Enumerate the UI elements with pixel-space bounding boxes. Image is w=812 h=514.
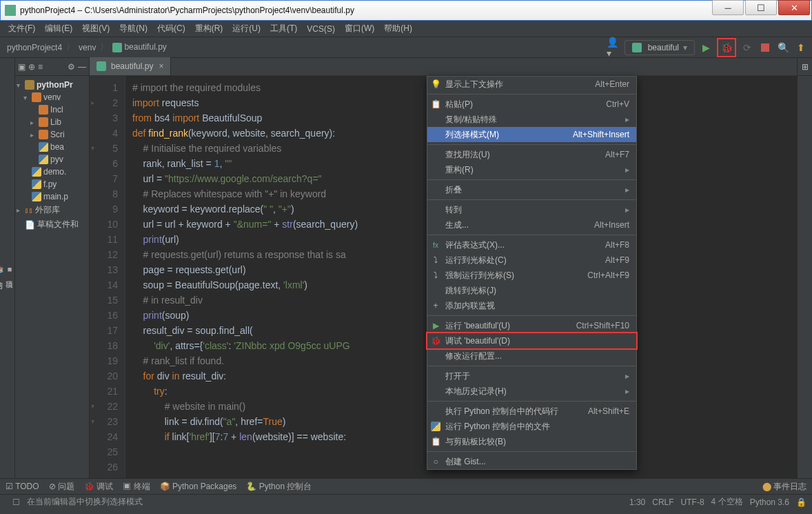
context-menu-item[interactable]: 复制/粘贴特殊▸ [427,112,636,127]
context-menu-item[interactable]: +添加内联监视 [427,298,636,313]
bottom-tab-packages[interactable]: 📦 Python Packages [160,482,237,491]
minimize-button[interactable]: ─ [712,0,744,15]
python-file-icon [112,43,122,52]
stop-button[interactable] [758,41,772,55]
bottom-tab-todo[interactable]: ☑ TODO [6,482,39,491]
context-menu-item[interactable]: 修改运行配置... [427,348,636,364]
context-menu-item[interactable]: 📋粘贴(P)Ctrl+V [427,97,636,112]
navigation-bar: pythonProject4 〉 venv 〉 beautiful.py 👤▾ … [0,37,812,58]
left-tool-window-tabs: ■ 项目 📚 结构 ★ 收藏夹 [0,58,15,478]
context-menu-item[interactable]: fx评估表达式(X)...Alt+F8 [427,237,636,253]
tree-node[interactable]: ▸⫾⫾外部库 [17,203,88,217]
caret-position[interactable]: 1:30 [629,497,645,507]
close-tab-icon[interactable]: × [159,61,163,71]
context-menu-item[interactable]: 运行 Python 控制台中的文件 [427,419,636,434]
project-view-icon[interactable]: ▣ [18,62,26,72]
search-icon[interactable]: 🔍 [776,41,790,55]
breadcrumb[interactable]: venv [76,41,99,54]
bottom-tab-console[interactable]: 🐍 Python 控制台 [246,481,312,493]
window-title: pythonProject4 – C:\Users\Administrator\… [20,6,712,15]
tree-node[interactable]: 📄草稿文件和 [17,217,88,232]
run-button[interactable]: ▶ [699,41,713,55]
context-menu-item[interactable]: ▶运行 'beautiful'(U)Ctrl+Shift+F10 [427,318,636,333]
run-with-coverage-icon[interactable]: ⟳ [740,41,754,55]
bottom-tab-terminal[interactable]: ▣ 终端 [123,481,150,493]
line-separator[interactable]: CRLF [652,497,673,507]
menu-item[interactable]: 导航(N) [115,21,152,36]
menu-item[interactable]: 编辑(E) [41,21,77,36]
editor-tab[interactable]: beautiful.py × [90,57,171,75]
tree-node[interactable]: main.p [17,190,88,203]
debug-button-highlighted[interactable]: 🐞 [717,38,736,57]
context-menu-item[interactable]: 折叠▸ [427,182,636,197]
tree-node[interactable]: bea [17,141,88,153]
run-configuration-selector[interactable]: beautiful ▾ [625,40,695,55]
tree-node[interactable]: ▾venv [17,91,88,103]
menu-item[interactable]: 代码(C) [153,21,190,36]
context-menu-item[interactable]: 生成...Alt+Insert [427,217,636,233]
collapse-icon[interactable]: ≡ [38,62,43,72]
interpreter[interactable]: Python 3.6 [750,497,789,507]
status-bar: ☐ 在当前编辑器中切换列选择模式 1:30 CRLF UTF-8 4 个空格 P… [0,494,812,509]
context-menu-item[interactable]: ⤵强制运行到光标(S)Ctrl+Alt+F9 [427,268,636,283]
menu-item[interactable]: VCS(S) [303,23,339,35]
window-titlebar: pythonProject4 – C:\Users\Administrator\… [0,0,812,21]
context-menu-item[interactable]: 跳转到光标(J) [427,283,636,298]
bottom-tab-debug[interactable]: 🐞 调试 [84,481,113,493]
breadcrumb[interactable]: beautiful.py [110,41,169,54]
context-menu-item[interactable]: 转到▸ [427,202,636,217]
context-menu-item[interactable]: 📋与剪贴板比较(B) [427,434,636,449]
project-tool-window: ▣ ⊕ ≡ ⚙ — ▾pythonPr▾venvIncl▸Lib▸Scribea… [15,58,90,478]
encoding[interactable]: UTF-8 [681,497,704,507]
context-menu-item[interactable]: 查找用法(U)Alt+F7 [427,147,636,162]
status-message: 在当前编辑器中切换列选择模式 [27,496,143,508]
maximize-button[interactable]: ☐ [745,0,777,15]
bottom-tool-tabs: ☑ TODO ⊘ 问题 🐞 调试 ▣ 终端 📦 Python Packages … [0,478,812,494]
context-menu-item[interactable]: 本地历史记录(H)▸ [427,384,636,399]
editor-context-menu: 💡显示上下文操作Alt+Enter📋粘贴(P)Ctrl+V复制/粘贴特殊▸列选择… [427,76,637,470]
menu-item[interactable]: 视图(V) [78,21,114,36]
menubar: 文件(F)编辑(E)视图(V)导航(N)代码(C)重构(R)运行(U)工具(T)… [0,21,812,37]
menu-item[interactable]: 重构(R) [191,21,227,36]
breadcrumb[interactable]: pythonProject4 [4,41,65,54]
update-icon[interactable]: ⬆ [794,41,808,55]
tree-node[interactable]: ▸Lib [17,116,88,128]
python-icon [632,43,642,52]
tree-node[interactable]: ▸Scri [17,128,88,141]
menu-item[interactable]: 帮助(H) [380,21,416,36]
user-icon[interactable]: 👤▾ [607,41,620,55]
menu-item[interactable]: 运行(U) [228,21,265,36]
lock-icon[interactable]: 🔒 [796,497,806,507]
context-menu-item[interactable]: 执行 Python 控制台中的代码行Alt+Shift+E [427,404,636,419]
left-tab-project[interactable]: ■ 项目 [4,65,14,475]
context-menu-item[interactable]: ⤵运行到光标处(C)Alt+F9 [427,253,636,268]
inspections-icon[interactable]: ⊞ [798,58,812,76]
context-menu-item[interactable]: 重构(R)▸ [427,162,636,177]
context-menu-item[interactable]: 🐞调试 'beautiful'(D) [427,333,636,348]
menu-item[interactable]: 窗口(W) [341,21,378,36]
tree-node[interactable]: f.py [17,178,88,190]
settings-icon[interactable]: ⚙ [68,62,75,72]
context-menu-item[interactable]: 💡显示上下文操作Alt+Enter [427,77,636,92]
bug-icon: 🐞 [720,41,733,55]
tree-node[interactable]: pyv [17,153,88,166]
left-tab-structure[interactable]: 📚 结构 [0,65,4,475]
locate-icon[interactable]: ⊕ [28,62,35,72]
tool-windows-icon[interactable]: ☐ [12,497,20,507]
bottom-tab-problems[interactable]: ⊘ 问题 [49,481,74,493]
python-file-icon [97,61,106,71]
pycharm-icon [5,5,16,16]
context-menu-item[interactable]: 列选择模式(M)Alt+Shift+Insert [427,127,636,142]
menu-item[interactable]: 文件(F) [4,21,39,36]
event-log[interactable]: ⬤ 事件日志 [762,481,806,493]
tree-node[interactable]: demo. [17,166,88,178]
tree-node[interactable]: ▾pythonPr [17,79,88,91]
menu-item[interactable]: 工具(T) [266,21,301,36]
close-button[interactable]: ✕ [778,0,810,15]
tree-node[interactable]: Incl [17,103,88,116]
indent[interactable]: 4 个空格 [711,496,743,508]
context-menu-item[interactable]: ○创建 Gist... [427,454,636,469]
right-gutter: ⊞ [797,58,812,478]
context-menu-item[interactable]: 打开于▸ [427,368,636,384]
hide-icon[interactable]: — [78,62,86,72]
